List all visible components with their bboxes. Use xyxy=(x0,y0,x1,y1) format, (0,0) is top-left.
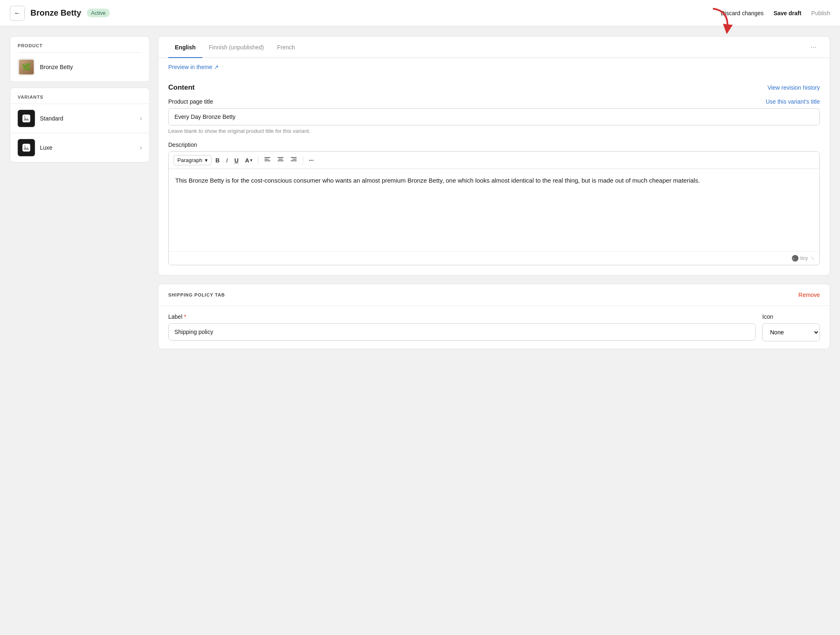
publish-button[interactable]: Publish xyxy=(811,10,830,16)
page-title: Bronze Betty xyxy=(30,8,81,18)
shipping-policy-header: SHIPPING POLICY TAB Remove xyxy=(158,284,830,306)
product-section-label: PRODUCT xyxy=(10,37,149,52)
content-section: Content View revision history Product pa… xyxy=(158,76,830,275)
variant-icon-standard xyxy=(18,110,35,127)
variant-name-luxe: Luxe xyxy=(40,144,135,151)
svg-point-2 xyxy=(24,116,26,118)
shipping-form-row: Label Icon None xyxy=(168,313,820,341)
status-badge: Active xyxy=(87,9,109,17)
color-picker-icon: ▾ xyxy=(250,158,252,162)
view-history-link[interactable]: View revision history xyxy=(768,84,820,91)
svg-rect-3 xyxy=(23,144,30,151)
icon-field-label: Icon xyxy=(762,313,820,320)
toolbar-divider-2 xyxy=(303,156,303,165)
chevron-right-icon-luxe: › xyxy=(140,144,142,151)
icon-select[interactable]: None xyxy=(762,323,820,341)
variant-luxe[interactable]: Luxe › xyxy=(10,133,149,162)
bold-button[interactable]: B xyxy=(213,155,222,165)
label-field-label-row: Label xyxy=(168,313,756,320)
top-bar: ← Bronze Betty Active Discard changes Sa… xyxy=(0,0,840,26)
align-left-button[interactable] xyxy=(262,155,273,165)
variant-standard[interactable]: Standard › xyxy=(10,104,149,133)
product-title-hint: Leave blank to show the original product… xyxy=(168,128,820,134)
product-name: Bronze Betty xyxy=(40,64,73,70)
product-title-input[interactable] xyxy=(168,108,820,125)
sidebar: PRODUCT 🌿 Bronze Betty VARIANTS xyxy=(10,36,150,625)
align-center-button[interactable] xyxy=(275,155,286,165)
italic-button[interactable]: I xyxy=(224,155,230,165)
variant-name-standard: Standard xyxy=(40,115,135,122)
main-layout: PRODUCT 🌿 Bronze Betty VARIANTS xyxy=(0,26,840,635)
product-item: 🌿 Bronze Betty xyxy=(10,53,149,81)
chevron-right-icon: › xyxy=(140,115,142,122)
paragraph-select[interactable]: Paragraph ▾ xyxy=(174,155,211,165)
svg-rect-1 xyxy=(23,115,30,122)
description-label: Description xyxy=(168,141,820,148)
icon-column: Icon None xyxy=(762,313,820,341)
use-variant-title-link[interactable]: Use this variant's title xyxy=(766,98,820,105)
description-editor: Paragraph ▾ B I U A ▾ xyxy=(168,151,820,265)
preview-link[interactable]: Preview in theme ↗ xyxy=(158,58,229,76)
product-thumbnail: 🌿 xyxy=(18,58,35,76)
editor-toolbar: Paragraph ▾ B I U A ▾ xyxy=(169,152,819,169)
content-title: Content xyxy=(168,83,195,92)
more-options-button[interactable]: ··· xyxy=(306,155,316,165)
shipping-policy-title: SHIPPING POLICY TAB xyxy=(168,292,225,297)
tab-english[interactable]: English xyxy=(168,37,202,58)
tab-french[interactable]: French xyxy=(270,37,302,58)
remove-shipping-link[interactable]: Remove xyxy=(798,292,820,298)
content-header: Content View revision history xyxy=(168,76,820,98)
description-editor-body[interactable]: This Bronze Betty is for the cost-consci… xyxy=(169,169,819,251)
tab-finnish[interactable]: Finnish (unpublished) xyxy=(202,37,271,58)
top-bar-right: Discard changes Save draft Publish xyxy=(721,10,830,16)
save-draft-button[interactable]: Save draft xyxy=(773,10,801,16)
label-column: Label xyxy=(168,313,756,341)
editor-footer: t tiny ⤡ xyxy=(169,251,819,265)
chevron-down-icon: ▾ xyxy=(205,157,208,163)
underline-button[interactable]: U xyxy=(232,155,241,165)
more-tabs-icon[interactable]: ··· xyxy=(807,37,820,57)
product-section: PRODUCT 🌿 Bronze Betty xyxy=(10,36,150,82)
language-tabs: English Finnish (unpublished) French ··· xyxy=(158,37,830,58)
paragraph-label: Paragraph xyxy=(177,157,202,163)
content-card: English Finnish (unpublished) French ···… xyxy=(158,36,830,276)
variants-section: VARIANTS Standard › xyxy=(10,88,150,162)
shipping-policy-body: Label Icon None xyxy=(158,306,830,349)
variant-icon-luxe xyxy=(18,139,35,156)
label-field-label: Label xyxy=(168,313,186,320)
toolbar-divider-1 xyxy=(258,156,258,165)
resize-handle[interactable]: ⤡ xyxy=(810,255,814,261)
svg-point-4 xyxy=(24,145,26,147)
product-image: 🌿 xyxy=(19,60,34,74)
font-color-button[interactable]: A ▾ xyxy=(243,155,255,165)
tinymce-logo: t tiny xyxy=(792,255,808,262)
top-bar-left: ← Bronze Betty Active xyxy=(10,6,721,21)
label-field-input[interactable] xyxy=(168,323,756,341)
align-right-button[interactable] xyxy=(288,155,299,165)
content-area: English Finnish (unpublished) French ···… xyxy=(158,36,830,625)
back-button[interactable]: ← xyxy=(10,6,25,21)
product-title-label: Product page title xyxy=(168,98,213,105)
shipping-policy-card: SHIPPING POLICY TAB Remove Label Icon No… xyxy=(158,284,830,349)
product-title-label-row: Product page title Use this variant's ti… xyxy=(168,98,820,105)
discard-button[interactable]: Discard changes xyxy=(721,10,763,16)
variants-section-label: VARIANTS xyxy=(10,88,149,104)
